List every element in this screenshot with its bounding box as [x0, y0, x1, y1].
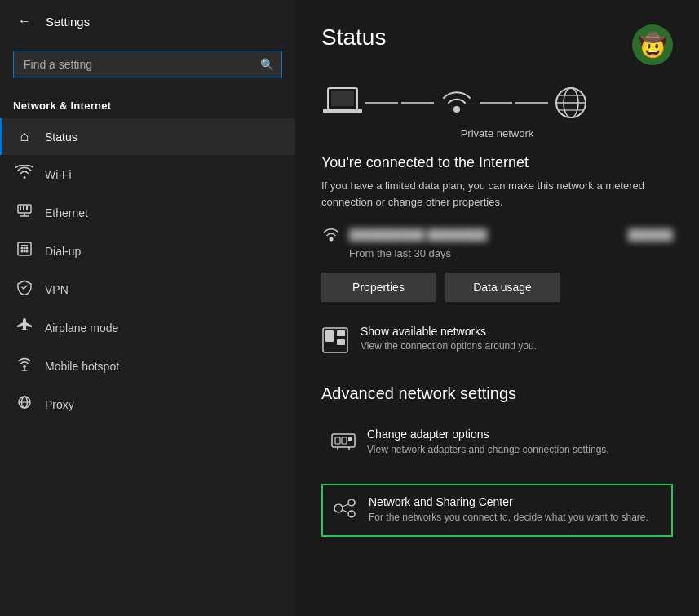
sidebar-label-status: Status	[45, 131, 77, 144]
svg-rect-32	[337, 339, 345, 345]
svg-point-39	[334, 504, 343, 512]
network-line-1	[365, 102, 398, 104]
laptop-icon	[321, 85, 364, 121]
show-networks-icon	[321, 326, 349, 360]
search-icon: 🔍	[260, 58, 274, 71]
wifi-diagram-icon	[436, 85, 478, 121]
sidebar-label-vpn: VPN	[45, 283, 69, 296]
svg-point-40	[348, 499, 355, 506]
svg-rect-36	[348, 437, 352, 441]
advanced-item-sharing[interactable]: Network and Sharing Center For the netwo…	[321, 484, 673, 537]
svg-rect-31	[337, 330, 345, 336]
sidebar-label-dialup: Dial-up	[45, 245, 81, 258]
svg-point-8	[24, 247, 26, 250]
proxy-icon	[15, 395, 33, 414]
data-usage-button[interactable]: Data usage	[445, 273, 560, 302]
adapter-desc: View network adapters and change connect…	[367, 443, 609, 457]
section-title: Network & Internet	[0, 86, 295, 118]
ethernet-icon	[15, 203, 33, 222]
sidebar-item-wifi[interactable]: Wi-Fi	[0, 155, 295, 193]
show-networks-row: Show available networks View the connect…	[321, 325, 673, 360]
back-button[interactable]: ←	[13, 10, 36, 33]
svg-rect-30	[325, 330, 334, 342]
airplane-icon	[15, 318, 33, 337]
page-header: Status 🤠	[321, 24, 673, 65]
svg-rect-20	[331, 91, 354, 106]
svg-point-41	[348, 511, 355, 517]
app-title: Settings	[46, 15, 90, 29]
nav-list: ⌂ Status Wi-Fi	[0, 118, 295, 616]
adapter-icon	[331, 429, 356, 458]
network-line-2	[401, 102, 434, 104]
svg-rect-21	[323, 109, 362, 113]
titlebar: ← Settings	[0, 0, 295, 42]
advanced-title: Advanced network settings	[321, 384, 673, 403]
sharing-text: Network and Sharing Center For the netwo…	[369, 495, 648, 525]
svg-point-28	[330, 237, 334, 242]
show-networks-text: Show available networks View the connect…	[361, 325, 537, 352]
adapter-link[interactable]: Change adapter options	[367, 428, 609, 441]
svg-line-43	[343, 510, 348, 512]
network-ssid: ██████████ ████████	[349, 228, 487, 241]
svg-rect-34	[335, 437, 340, 444]
hotspot-icon	[15, 357, 33, 375]
sidebar-label-hotspot: Mobile hotspot	[45, 360, 119, 373]
adapter-text: Change adapter options View network adap…	[367, 428, 609, 457]
sidebar-item-hotspot[interactable]: Mobile hotspot	[0, 347, 295, 385]
days-label: From the last 30 days	[349, 247, 451, 259]
search-box: 🔍	[13, 51, 282, 78]
sidebar-item-proxy[interactable]: Proxy	[0, 385, 295, 423]
svg-rect-13	[21, 245, 28, 246]
svg-point-9	[26, 247, 29, 250]
days-label-row: From the last 30 days	[321, 247, 673, 259]
main-content: Status 🤠 Private network You're co	[295, 0, 699, 616]
svg-point-10	[21, 250, 24, 253]
connection-title: You're connected to the Internet	[321, 154, 673, 171]
svg-point-11	[24, 250, 26, 253]
sharing-desc: For the networks you connect to, decide …	[369, 511, 648, 525]
wifi-icon	[15, 165, 33, 184]
svg-line-42	[343, 504, 348, 507]
svg-rect-3	[26, 206, 28, 210]
sidebar-label-airplane: Airplane mode	[45, 321, 118, 335]
svg-point-7	[21, 247, 24, 250]
connection-desc: If you have a limited data plan, you can…	[321, 178, 664, 210]
home-icon: ⌂	[15, 128, 33, 145]
sidebar-item-status[interactable]: ⌂ Status	[0, 118, 295, 155]
data-row: ██████████ ████████ ██████	[321, 226, 673, 242]
search-input[interactable]	[13, 51, 282, 78]
page-title: Status	[321, 24, 386, 51]
show-networks-desc: View the connection options around you.	[361, 340, 537, 352]
sharing-icon	[333, 497, 357, 525]
avatar: 🤠	[632, 24, 673, 65]
network-diagram	[321, 85, 673, 121]
globe-icon	[550, 85, 592, 121]
network-line-3	[480, 102, 512, 104]
sidebar-item-vpn[interactable]: VPN	[0, 270, 295, 308]
network-line-4	[515, 102, 548, 104]
sidebar-label-ethernet: Ethernet	[45, 206, 88, 219]
wifi-small-icon	[321, 226, 341, 242]
svg-point-12	[26, 250, 29, 253]
network-data-amount: ██████	[628, 228, 673, 241]
button-row: Properties Data usage	[321, 273, 673, 302]
sharing-link[interactable]: Network and Sharing Center	[369, 495, 648, 508]
sidebar-item-airplane[interactable]: Airplane mode	[0, 308, 295, 347]
show-networks-link[interactable]: Show available networks	[361, 325, 537, 338]
svg-rect-35	[342, 437, 347, 444]
svg-point-22	[453, 106, 460, 113]
sidebar-item-ethernet[interactable]: Ethernet	[0, 193, 295, 232]
vpn-icon	[15, 280, 33, 299]
sidebar-item-dialup[interactable]: Dial-up	[0, 232, 295, 270]
svg-rect-1	[20, 206, 21, 210]
network-label: Private network	[321, 127, 673, 140]
advanced-item-adapter[interactable]: Change adapter options View network adap…	[321, 418, 673, 468]
sidebar-label-proxy: Proxy	[45, 398, 74, 411]
svg-rect-2	[23, 206, 24, 210]
sidebar: ← Settings 🔍 Network & Internet ⌂ Status…	[0, 0, 295, 616]
dialup-icon	[15, 242, 33, 260]
sidebar-label-wifi: Wi-Fi	[45, 168, 72, 181]
properties-button[interactable]: Properties	[321, 273, 436, 302]
